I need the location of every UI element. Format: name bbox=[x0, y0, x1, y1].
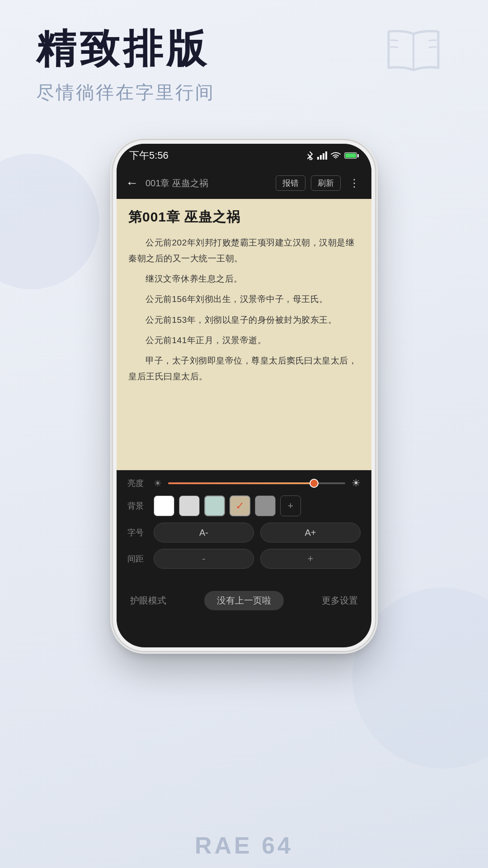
font-label: 字号 bbox=[127, 527, 147, 538]
swatch-mint[interactable] bbox=[204, 495, 225, 516]
paragraph-2: 继汉文帝休养生息之后。 bbox=[128, 271, 360, 287]
svg-rect-1 bbox=[320, 155, 322, 160]
settings-panel: 亮度 ☀ ☀ 背景 ✓ bbox=[117, 470, 371, 584]
battery-fill bbox=[345, 153, 356, 158]
font-decrease-button[interactable]: A- bbox=[154, 523, 254, 542]
paragraph-4: 公元前153年，刘彻以皇子的身份被封为胶东王。 bbox=[128, 312, 360, 328]
battery-tip bbox=[357, 154, 359, 157]
svg-rect-2 bbox=[323, 153, 324, 160]
paragraph-6: 甲子，太子刘彻即皇帝位，尊皇太后窦氏曰太皇太后，皇后王氏曰皇太后。 bbox=[128, 353, 360, 384]
background-row: 背景 ✓ + bbox=[127, 495, 361, 516]
status-time: 下午5:56 bbox=[129, 149, 169, 162]
font-increase-button[interactable]: A+ bbox=[260, 523, 361, 542]
spacing-label: 间距 bbox=[127, 553, 147, 564]
reading-area[interactable]: 第001章 巫蛊之祸 公元前202年刘邦打败楚霸王项羽建立汉朝，汉朝是继秦朝之后… bbox=[117, 199, 371, 470]
swatch-light-gray[interactable] bbox=[179, 495, 200, 516]
more-icon[interactable]: ⋮ bbox=[346, 177, 362, 189]
status-bar: 下午5:56 bbox=[117, 144, 371, 167]
status-icons bbox=[306, 151, 359, 160]
toolbar-chapter-title: 001章 巫蛊之祸 bbox=[145, 177, 270, 189]
eye-care-button[interactable]: 护眼模式 bbox=[130, 594, 166, 607]
brightness-slider[interactable] bbox=[168, 482, 345, 484]
toolbar: ← 001章 巫蛊之祸 报错 刷新 ⋮ bbox=[117, 167, 371, 199]
reading-text: 公元前202年刘邦打败楚霸王项羽建立汉朝，汉朝是继秦朝之后的又一大统一王朝。 继… bbox=[128, 235, 360, 384]
chapter-title: 第001章 巫蛊之祸 bbox=[128, 208, 360, 226]
no-prev-page-button[interactable]: 没有上一页啦 bbox=[204, 591, 284, 610]
brightness-row: 亮度 ☀ ☀ bbox=[127, 477, 361, 489]
spacing-row: 间距 - + bbox=[127, 549, 361, 569]
slider-thumb[interactable] bbox=[310, 479, 319, 488]
spacing-decrease-button[interactable]: - bbox=[154, 549, 254, 569]
bottom-label-area: RAE 64 bbox=[0, 832, 488, 859]
brightness-low-icon: ☀ bbox=[154, 478, 162, 489]
font-size-row: 字号 A- A+ bbox=[127, 523, 361, 542]
spacing-increase-button[interactable]: + bbox=[260, 549, 361, 569]
more-settings-button[interactable]: 更多设置 bbox=[322, 594, 358, 607]
bottom-bar: 护眼模式 没有上一页啦 更多设置 bbox=[117, 584, 371, 617]
wifi-icon bbox=[331, 151, 341, 160]
report-button[interactable]: 报错 bbox=[276, 175, 305, 191]
svg-rect-0 bbox=[317, 157, 319, 160]
check-icon: ✓ bbox=[235, 500, 244, 512]
paragraph-3: 公元前156年刘彻出生，汉景帝中子，母王氏。 bbox=[128, 291, 360, 307]
bg-decoration-left bbox=[0, 154, 99, 289]
back-icon[interactable]: ← bbox=[126, 176, 138, 190]
phone-mockup: 下午5:56 bbox=[113, 140, 375, 845]
battery-icon bbox=[344, 152, 359, 159]
sub-title: 尽情徜徉在字里行间 bbox=[36, 80, 452, 105]
brightness-high-icon: ☀ bbox=[352, 477, 361, 489]
phone-shell: 下午5:56 bbox=[113, 140, 375, 651]
bottom-label: RAE 64 bbox=[195, 832, 293, 859]
swatch-beige-selected[interactable]: ✓ bbox=[230, 495, 250, 516]
background-swatches: ✓ + bbox=[154, 495, 361, 516]
paragraph-1: 公元前202年刘邦打败楚霸王项羽建立汉朝，汉朝是继秦朝之后的又一大统一王朝。 bbox=[128, 235, 360, 266]
swatch-gray[interactable] bbox=[255, 495, 276, 516]
background-label: 背景 bbox=[127, 500, 147, 511]
bluetooth-icon bbox=[306, 151, 314, 160]
header-area: 精致排版 尽情徜徉在字里行间 bbox=[36, 27, 452, 105]
phone-screen: 下午5:56 bbox=[117, 144, 371, 647]
brightness-label: 亮度 bbox=[127, 478, 147, 489]
refresh-button[interactable]: 刷新 bbox=[311, 175, 341, 191]
svg-rect-3 bbox=[325, 151, 327, 160]
signal-icon bbox=[317, 151, 327, 160]
swatch-white[interactable] bbox=[154, 495, 174, 516]
paragraph-5: 公元前141年正月，汉景帝逝。 bbox=[128, 332, 360, 348]
main-title: 精致排版 bbox=[36, 27, 452, 71]
swatch-add-button[interactable]: + bbox=[280, 495, 301, 516]
